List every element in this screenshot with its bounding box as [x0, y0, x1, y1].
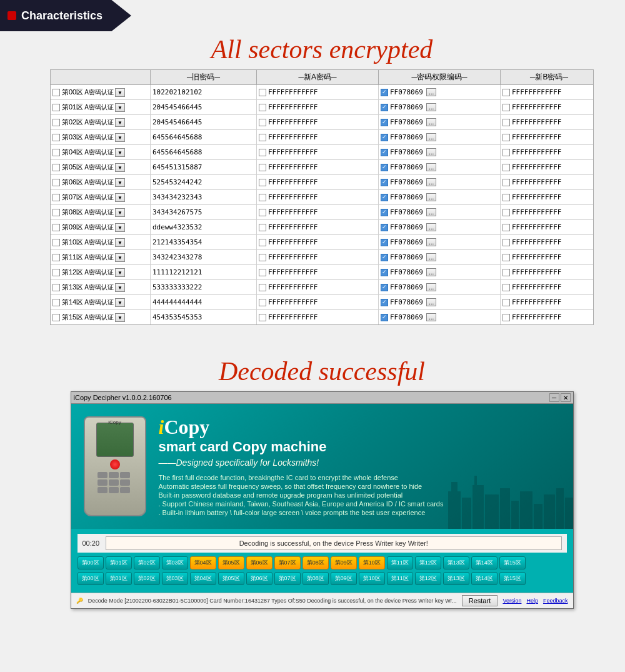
sector-btn-row2-15[interactable]: 第15区 — [499, 572, 526, 585]
sector-btn-row1-13[interactable]: 第13区 — [443, 556, 469, 569]
perm-dots-4[interactable]: ... — [426, 148, 436, 156]
perm-checkbox-6[interactable] — [381, 179, 388, 186]
sector-select-6[interactable]: ▼ — [115, 178, 125, 187]
sector-btn-row2-2[interactable]: 第02区 — [134, 572, 160, 585]
new-b-checkbox-8[interactable] — [502, 209, 510, 216]
perm-checkbox-10[interactable] — [381, 239, 388, 246]
sector-select-12[interactable]: ▼ — [115, 268, 125, 277]
sector-btn-row2-10[interactable]: 第10区 — [359, 572, 385, 585]
sector-btn-row2-5[interactable]: 第05区 — [218, 572, 244, 585]
perm-checkbox-8[interactable] — [381, 209, 388, 216]
help-link[interactable]: Help — [526, 598, 538, 604]
perm-checkbox-13[interactable] — [381, 284, 388, 291]
perm-checkbox-2[interactable] — [381, 119, 388, 126]
perm-checkbox-5[interactable] — [381, 164, 388, 171]
sector-btn-row1-8[interactable]: 第08区 — [302, 556, 329, 569]
sector-btn-row1-4[interactable]: 第04区 — [190, 556, 216, 569]
sector-btn-row2-4[interactable]: 第04区 — [190, 572, 216, 585]
perm-checkbox-14[interactable] — [381, 299, 388, 306]
sector-select-0[interactable]: ▼ — [115, 88, 125, 97]
new-a-checkbox-15[interactable] — [259, 314, 266, 321]
sector-btn-row1-10[interactable]: 第10区 — [359, 556, 385, 569]
perm-dots-5[interactable]: ... — [426, 163, 436, 171]
sector-btn-row1-0[interactable]: 第00区 — [78, 556, 104, 569]
sector-select-8[interactable]: ▼ — [115, 208, 125, 217]
sector-select-11[interactable]: ▼ — [115, 253, 125, 262]
perm-checkbox-4[interactable] — [381, 149, 388, 156]
new-a-checkbox-8[interactable] — [259, 209, 266, 216]
perm-dots-14[interactable]: ... — [426, 298, 436, 306]
new-a-checkbox-10[interactable] — [259, 239, 266, 246]
perm-dots-8[interactable]: ... — [426, 208, 436, 216]
new-b-checkbox-1[interactable] — [502, 104, 510, 111]
sector-checkbox-13[interactable] — [52, 284, 60, 291]
sector-btn-row1-2[interactable]: 第02区 — [134, 556, 160, 569]
sector-select-4[interactable]: ▼ — [115, 148, 125, 157]
version-link[interactable]: Version — [502, 598, 521, 604]
new-b-checkbox-5[interactable] — [502, 164, 510, 171]
new-a-checkbox-0[interactable] — [259, 89, 266, 96]
perm-checkbox-3[interactable] — [381, 134, 388, 141]
new-a-checkbox-6[interactable] — [259, 179, 266, 186]
perm-dots-1[interactable]: ... — [426, 103, 436, 111]
perm-dots-0[interactable]: ... — [426, 88, 436, 96]
sector-btn-row1-15[interactable]: 第15区 — [499, 556, 526, 569]
sector-select-5[interactable]: ▼ — [115, 163, 125, 172]
sector-checkbox-14[interactable] — [52, 299, 60, 306]
sector-btn-row2-0[interactable]: 第00区 — [78, 572, 104, 585]
restart-button[interactable]: Restart — [462, 595, 498, 606]
sector-select-2[interactable]: ▼ — [115, 118, 125, 127]
sector-btn-row2-12[interactable]: 第12区 — [415, 572, 441, 585]
sector-btn-row2-13[interactable]: 第13区 — [443, 572, 469, 585]
sector-checkbox-3[interactable] — [52, 134, 60, 141]
new-a-checkbox-5[interactable] — [259, 164, 266, 171]
new-b-checkbox-13[interactable] — [502, 284, 510, 291]
sector-btn-row2-3[interactable]: 第03区 — [162, 572, 188, 585]
perm-dots-15[interactable]: ... — [426, 313, 436, 321]
new-b-checkbox-3[interactable] — [502, 134, 510, 141]
sector-btn-row1-14[interactable]: 第14区 — [471, 556, 498, 569]
sector-btn-row1-7[interactable]: 第07区 — [274, 556, 301, 569]
new-b-checkbox-10[interactable] — [502, 239, 510, 246]
new-a-checkbox-12[interactable] — [259, 269, 266, 276]
perm-checkbox-1[interactable] — [381, 104, 388, 111]
sector-select-15[interactable]: ▼ — [115, 313, 125, 322]
sector-checkbox-5[interactable] — [52, 164, 60, 171]
sector-checkbox-0[interactable] — [52, 89, 60, 96]
sector-checkbox-10[interactable] — [52, 239, 60, 246]
new-a-checkbox-4[interactable] — [259, 149, 266, 156]
perm-checkbox-7[interactable] — [381, 194, 388, 201]
perm-dots-7[interactable]: ... — [426, 193, 436, 201]
perm-dots-9[interactable]: ... — [426, 223, 436, 231]
sector-select-3[interactable]: ▼ — [115, 133, 125, 142]
perm-checkbox-0[interactable] — [381, 89, 388, 96]
new-b-checkbox-2[interactable] — [502, 119, 510, 126]
new-b-checkbox-7[interactable] — [502, 194, 510, 201]
new-b-checkbox-11[interactable] — [502, 254, 510, 261]
sector-checkbox-2[interactable] — [52, 119, 60, 126]
perm-dots-10[interactable]: ... — [426, 238, 436, 246]
sector-btn-row2-14[interactable]: 第14区 — [471, 572, 498, 585]
perm-checkbox-15[interactable] — [381, 314, 388, 321]
sector-btn-row1-12[interactable]: 第12区 — [415, 556, 441, 569]
sector-btn-row2-9[interactable]: 第09区 — [331, 572, 357, 585]
sector-checkbox-6[interactable] — [52, 179, 60, 186]
perm-dots-11[interactable]: ... — [426, 253, 436, 261]
new-b-checkbox-4[interactable] — [502, 149, 510, 156]
new-a-checkbox-9[interactable] — [259, 224, 266, 231]
sector-checkbox-9[interactable] — [52, 224, 60, 231]
new-a-checkbox-2[interactable] — [259, 119, 266, 126]
sector-btn-row1-5[interactable]: 第05区 — [218, 556, 244, 569]
sector-btn-row2-6[interactable]: 第06区 — [246, 572, 272, 585]
perm-dots-6[interactable]: ... — [426, 178, 436, 186]
sector-btn-row1-1[interactable]: 第01区 — [106, 556, 132, 569]
sector-btn-row1-6[interactable]: 第06区 — [246, 556, 272, 569]
sector-checkbox-1[interactable] — [52, 104, 60, 111]
new-a-checkbox-1[interactable] — [259, 104, 266, 111]
new-a-checkbox-13[interactable] — [259, 284, 266, 291]
perm-dots-2[interactable]: ... — [426, 118, 436, 126]
close-button[interactable]: ✕ — [561, 393, 571, 402]
sector-btn-row2-7[interactable]: 第07区 — [274, 572, 301, 585]
sector-checkbox-12[interactable] — [52, 269, 60, 276]
new-a-checkbox-11[interactable] — [259, 254, 266, 261]
